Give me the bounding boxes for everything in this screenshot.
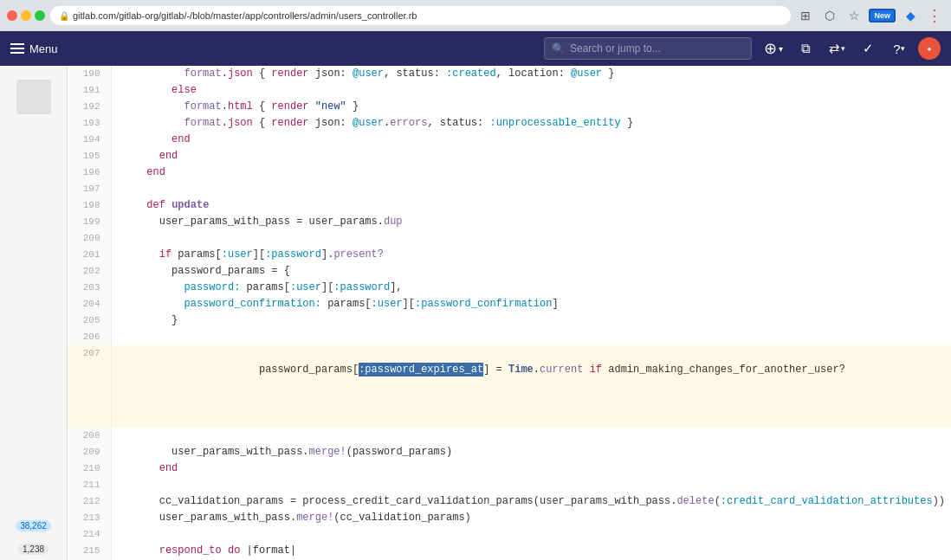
new-badge: New (869, 9, 896, 23)
close-button[interactable] (7, 10, 17, 21)
merge-request-button[interactable]: ⇄▾ (825, 36, 849, 61)
gitlab-nav: Menu 🔍 Search or jump to... ⊕ ▾ ⧉ ⇄▾ ✓ ?… (0, 31, 951, 66)
counter-value-1: 38,262 (16, 520, 51, 531)
table-row: 211 (68, 477, 951, 493)
table-row: 199 user_params_with_pass = user_params.… (68, 214, 951, 230)
sidebar: 38,262 1,238 (0, 66, 68, 560)
sidebar-counter-1[interactable]: 38,262 (0, 513, 67, 537)
code-table: 190 format.json { render json: @user, st… (68, 66, 951, 560)
browser-controls (7, 10, 45, 21)
line-code (111, 329, 951, 345)
table-row: 192 format.html { render "new" } (68, 99, 951, 115)
line-number: 204 (68, 296, 111, 312)
line-number: 208 (68, 428, 111, 444)
line-number: 213 (68, 510, 111, 526)
address-bar[interactable]: 🔒 gitlab.com/gitlab-org/gitlab/-/blob/ma… (50, 6, 791, 25)
table-row: 204 password_confirmation: params[:user]… (68, 296, 951, 312)
line-code: } (111, 312, 951, 329)
table-row: 205 } (68, 312, 951, 329)
line-number: 190 (68, 66, 111, 82)
sidebar-counter-2[interactable]: 1,238 (0, 537, 67, 560)
help-button[interactable]: ?▾ (887, 36, 911, 61)
line-code: user_params_with_pass.merge!(password_pa… (111, 444, 951, 460)
line-number: 211 (68, 477, 111, 493)
line-number: 207 (68, 345, 111, 428)
search-bar[interactable]: 🔍 Search or jump to... (544, 37, 752, 60)
new-item-button[interactable]: ⊕ ▾ (760, 37, 786, 60)
table-row: 191 else (68, 82, 951, 99)
table-row: 214 (68, 526, 951, 543)
line-number: 201 (68, 247, 111, 263)
line-number: 193 (68, 115, 111, 132)
address-text: gitlab.com/gitlab-org/gitlab/-/blob/mast… (73, 10, 417, 21)
line-number: 195 (68, 148, 111, 164)
line-number: 194 (68, 132, 111, 148)
line-code (111, 230, 951, 247)
line-code: format.json { render json: @user.errors,… (111, 115, 951, 132)
table-row: 202 password_params = { (68, 263, 951, 280)
line-number: 215 (68, 543, 111, 559)
code-content[interactable]: 190 format.json { render json: @user, st… (68, 66, 951, 560)
copy-button[interactable]: ⧉ (793, 36, 818, 61)
line-code: end (111, 164, 951, 181)
line-number: 205 (68, 312, 111, 329)
avatar-indicator: ● (928, 45, 932, 53)
table-row: 209 user_params_with_pass.merge!(passwor… (68, 444, 951, 460)
line-code (111, 477, 951, 493)
table-row: 213 user_params_with_pass.merge!(cc_vali… (68, 510, 951, 526)
line-number: 212 (68, 493, 111, 510)
search-placeholder: Search or jump to... (570, 42, 661, 55)
chevron-down-icon: ▾ (779, 44, 783, 54)
sidebar-top-area (0, 73, 67, 125)
sidebar-nav-icon (16, 80, 51, 114)
browser-actions: ⊞ ⬡ ☆ New ◆ ⋮ (796, 6, 944, 25)
star-button[interactable]: ☆ (844, 6, 864, 25)
search-icon: 🔍 (552, 42, 565, 55)
table-row: 190 format.json { render json: @user, st… (68, 66, 951, 82)
line-number: 206 (68, 329, 111, 345)
line-number: 197 (68, 181, 111, 197)
maximize-button[interactable] (35, 10, 45, 21)
line-code: def update (111, 197, 951, 214)
plus-icon: ⊕ (764, 39, 777, 58)
table-row: 207 password_params[:password_expires_at… (68, 345, 951, 428)
line-code: format.json { render json: @user, status… (111, 66, 951, 82)
table-row: 194 end (68, 132, 951, 148)
table-row: 197 (68, 181, 951, 197)
browser-bar: 🔒 gitlab.com/gitlab-org/gitlab/-/blob/ma… (0, 0, 951, 31)
line-number: 196 (68, 164, 111, 181)
code-area: 190 format.json { render json: @user, st… (68, 66, 951, 560)
line-number: 200 (68, 230, 111, 247)
line-code: password_params[:password_expires_at] = … (111, 345, 951, 428)
issues-button[interactable]: ✓ (856, 36, 880, 61)
apps-icon-button[interactable]: ⊞ (796, 6, 815, 25)
table-row: 203 password: params[:user][:password], (68, 280, 951, 296)
line-code: end (111, 148, 951, 164)
line-number: 191 (68, 82, 111, 99)
line-code: else (111, 82, 951, 99)
table-row: 198 def update (68, 197, 951, 214)
table-row: 206 (68, 329, 951, 345)
menu-button[interactable]: Menu (10, 42, 58, 55)
line-code: cc_validation_params = process_credit_ca… (111, 493, 951, 510)
counter-value-2: 1,238 (18, 544, 49, 555)
cast-button[interactable]: ⬡ (820, 6, 839, 25)
line-code: user_params_with_pass.merge!(cc_validati… (111, 510, 951, 526)
line-number: 203 (68, 280, 111, 296)
table-row: 196 end (68, 164, 951, 181)
line-number: 210 (68, 460, 111, 477)
nav-icons: ⊕ ▾ ⧉ ⇄▾ ✓ ?▾ ● (760, 36, 941, 61)
extensions-button[interactable]: ◆ (901, 6, 920, 25)
line-code (111, 526, 951, 543)
table-row: 200 (68, 230, 951, 247)
line-code: password_params = { (111, 263, 951, 280)
hamburger-icon (10, 43, 24, 54)
line-number: 198 (68, 197, 111, 214)
minimize-button[interactable] (21, 10, 31, 21)
line-number: 214 (68, 526, 111, 543)
menu-dots-button[interactable]: ⋮ (925, 6, 944, 25)
table-row: 193 format.json { render json: @user.err… (68, 115, 951, 132)
table-row: 195 end (68, 148, 951, 164)
line-number: 192 (68, 99, 111, 115)
avatar[interactable]: ● (918, 37, 941, 60)
